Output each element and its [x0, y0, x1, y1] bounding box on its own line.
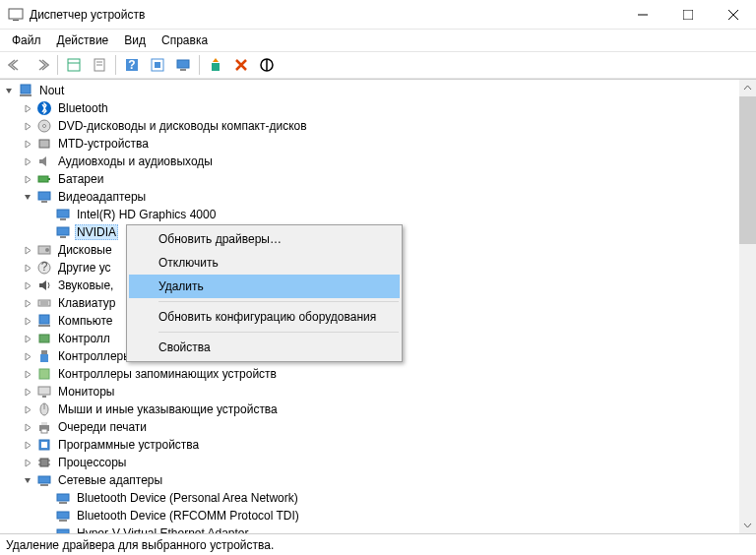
tree-item-label: DVD-дисководы и дисководы компакт-дисков: [56, 119, 309, 133]
svg-rect-20: [20, 94, 32, 96]
tree-item[interactable]: Мониторы: [0, 383, 756, 401]
expand-icon[interactable]: [23, 192, 33, 203]
tree-item-label: Bluetooth Device (Personal Area Network): [75, 491, 300, 505]
disable-button[interactable]: [255, 53, 279, 77]
other-icon: ?: [36, 260, 52, 276]
tree-item[interactable]: Программные устройства: [0, 436, 756, 454]
tree-item[interactable]: Bluetooth Device (Personal Area Network): [0, 489, 756, 507]
expand-icon[interactable]: [23, 156, 33, 167]
expand-icon[interactable]: [23, 351, 33, 362]
app-icon: [8, 7, 24, 23]
forward-button[interactable]: [30, 53, 53, 77]
tree-item[interactable]: Intel(R) HD Graphics 4000: [0, 206, 756, 223]
expand-icon[interactable]: [23, 369, 33, 380]
tree-item[interactable]: Контроллеры запоминающих устройств: [0, 365, 756, 383]
svg-rect-37: [38, 300, 50, 306]
audio-icon: [36, 154, 52, 169]
menu-action[interactable]: Действие: [49, 31, 117, 49]
ctx-update-drivers[interactable]: Обновить драйверы…: [129, 227, 400, 251]
tree-item[interactable]: Сетевые адаптеры: [0, 471, 756, 489]
tree-item-label: Компьюте: [56, 314, 114, 328]
menu-file[interactable]: Файл: [4, 31, 49, 49]
scroll-up-button[interactable]: [739, 80, 756, 96]
ctx-separator: [158, 301, 399, 302]
monitor-icon: [36, 384, 52, 400]
ctx-refresh-config[interactable]: Обновить конфигурацию оборудования: [129, 305, 400, 329]
svg-rect-29: [57, 210, 69, 217]
scroll-down-button[interactable]: [739, 517, 756, 533]
display-button[interactable]: [171, 53, 195, 77]
svg-rect-42: [39, 335, 49, 342]
svg-rect-43: [41, 350, 47, 354]
tree-item[interactable]: Процессоры: [0, 454, 756, 471]
menu-help[interactable]: Справка: [154, 31, 216, 49]
tree-item[interactable]: Hyper-V Virtual Ethernet Adapter: [0, 524, 756, 533]
tree-item-label: MTD-устройства: [56, 137, 151, 151]
tree-item[interactable]: Очереди печати: [0, 418, 756, 436]
expand-icon[interactable]: [23, 139, 33, 150]
display-icon: [36, 189, 52, 205]
show-hide-tree-button[interactable]: [62, 53, 86, 77]
tree-item[interactable]: Bluetooth Device (RFCOMM Protocol TDI): [0, 507, 756, 524]
close-button[interactable]: [711, 0, 756, 30]
expand-icon[interactable]: [23, 316, 33, 327]
tree-item[interactable]: Видеоадаптеры: [0, 188, 756, 206]
storage-icon: [36, 366, 52, 382]
svg-rect-15: [177, 60, 189, 68]
expand-icon[interactable]: [23, 298, 33, 309]
minimize-button[interactable]: [620, 0, 665, 30]
expand-icon[interactable]: [23, 404, 33, 415]
svg-rect-24: [39, 140, 49, 148]
tree-item-label: Мониторы: [56, 385, 116, 399]
ctx-properties[interactable]: Свойства: [129, 336, 400, 359]
expand-icon[interactable]: [4, 86, 15, 96]
uninstall-button[interactable]: [229, 53, 253, 77]
ctx-separator: [158, 332, 399, 333]
scan-hardware-button[interactable]: [146, 53, 169, 77]
expand-icon[interactable]: [23, 280, 33, 291]
svg-text:?: ?: [128, 58, 135, 72]
maximize-button[interactable]: [665, 0, 711, 30]
help-button[interactable]: ?: [120, 53, 144, 77]
svg-rect-45: [39, 369, 49, 379]
expand-icon[interactable]: [23, 334, 33, 344]
tree-item-label: Клавиатур: [56, 296, 117, 310]
expand-icon[interactable]: [23, 440, 33, 451]
svg-rect-52: [41, 429, 47, 433]
expand-icon[interactable]: [23, 422, 33, 433]
tree-item[interactable]: Батареи: [0, 170, 756, 188]
expand-icon[interactable]: [23, 174, 33, 185]
scroll-thumb[interactable]: [739, 96, 756, 244]
tree-item[interactable]: MTD-устройства: [0, 135, 756, 153]
svg-rect-44: [40, 354, 48, 362]
expand-icon[interactable]: [23, 458, 33, 468]
expand-icon[interactable]: [23, 387, 33, 398]
keyboard-icon: [36, 295, 52, 311]
disc-icon: [36, 118, 52, 134]
tree-item[interactable]: DVD-дисководы и дисководы компакт-дисков: [0, 117, 756, 135]
computer-icon: [36, 313, 52, 329]
menu-view[interactable]: Вид: [116, 31, 154, 49]
tree-item[interactable]: Мыши и иные указывающие устройства: [0, 401, 756, 418]
tree-item-label: Hyper-V Virtual Ethernet Adapter: [75, 526, 251, 533]
tree-item[interactable]: Аудиовходы и аудиовыходы: [0, 153, 756, 170]
expand-icon[interactable]: [23, 121, 33, 132]
ctx-delete[interactable]: Удалить: [129, 275, 400, 298]
tree-root[interactable]: Nout: [0, 82, 756, 99]
tree-item-label: Очереди печати: [56, 420, 149, 434]
back-button[interactable]: [4, 53, 28, 77]
expand-icon[interactable]: [23, 245, 33, 256]
svg-rect-32: [60, 236, 66, 238]
expand-icon[interactable]: [23, 103, 33, 114]
expand-icon[interactable]: [23, 263, 33, 274]
update-driver-button[interactable]: [204, 53, 227, 77]
expand-icon[interactable]: [23, 475, 33, 486]
properties-button[interactable]: [88, 53, 111, 77]
svg-rect-1: [13, 20, 19, 21]
ctx-disable[interactable]: Отключить: [129, 251, 400, 275]
display-icon: [55, 224, 71, 240]
svg-rect-64: [57, 512, 69, 519]
tree-item[interactable]: Bluetooth: [0, 99, 756, 117]
window-title: Диспетчер устройств: [30, 8, 620, 22]
scrollbar[interactable]: [739, 80, 756, 533]
